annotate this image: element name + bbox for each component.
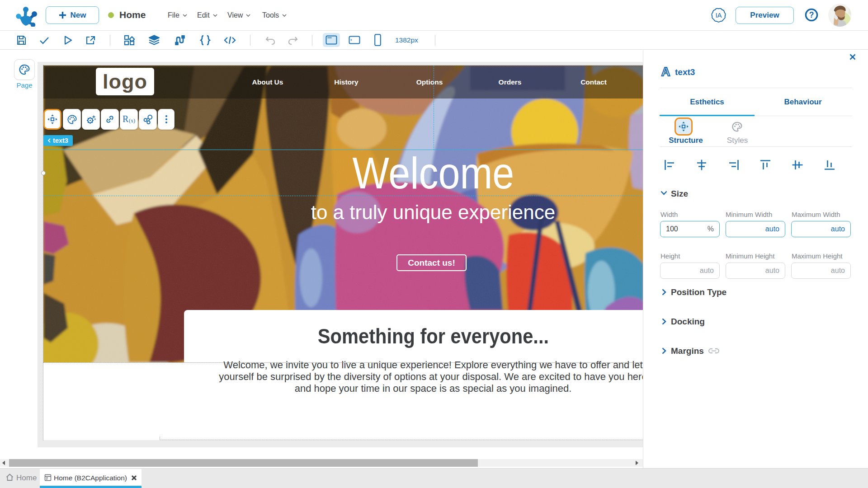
- svg-text:?: ?: [809, 10, 814, 19]
- svg-text:IA: IA: [715, 11, 722, 19]
- svg-text:(x): (x): [129, 117, 135, 124]
- svg-text:A: A: [661, 66, 670, 78]
- svg-text:R: R: [123, 114, 129, 124]
